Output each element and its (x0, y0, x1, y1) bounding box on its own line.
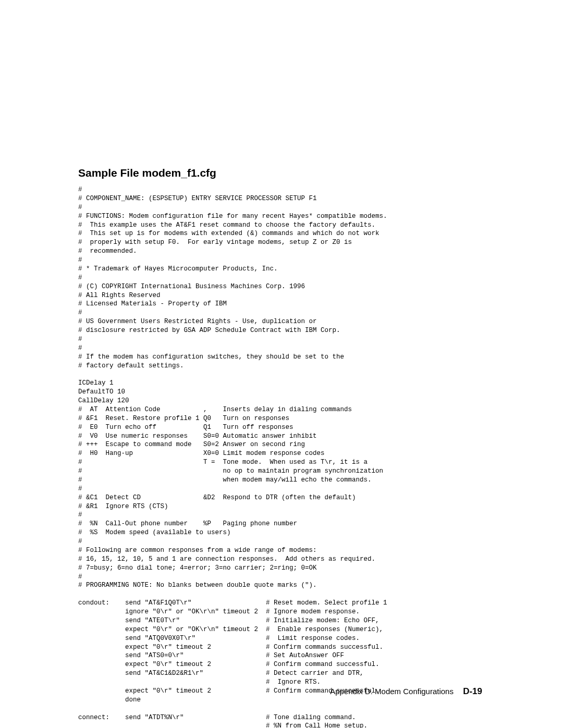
section-heading: Sample File modem_f1.cfg (78, 167, 485, 179)
code-listing: # # COMPONENT_NAME: (ESPSETUP) ENTRY SER… (78, 186, 485, 728)
footer-text: Appendix D. Modem Configurations (330, 687, 454, 696)
page-number: D-19 (463, 686, 482, 696)
document-page: Sample File modem_f1.cfg # # COMPONENT_N… (0, 0, 563, 728)
page-footer: Appendix D. Modem Configurations D-19 (330, 686, 482, 697)
